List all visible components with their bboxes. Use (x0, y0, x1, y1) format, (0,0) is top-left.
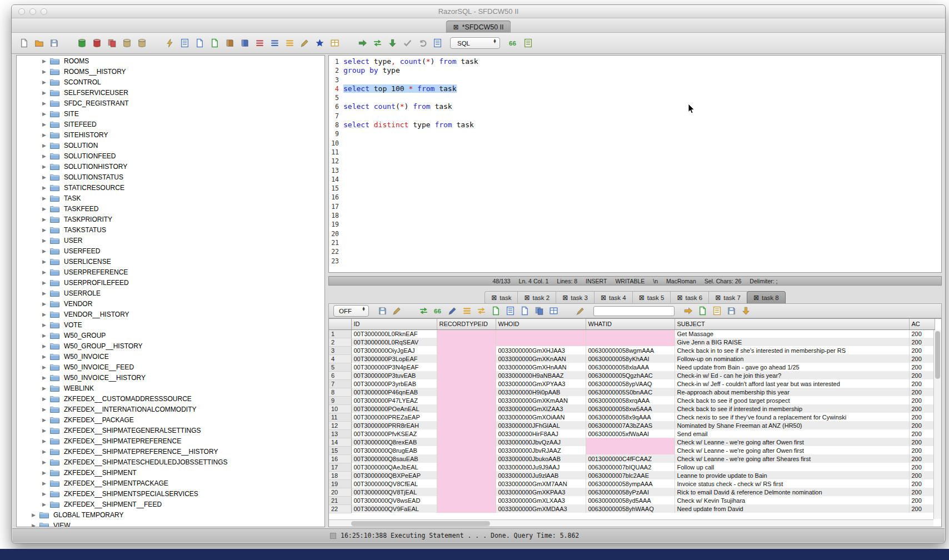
tree-item-zkfedex__shipmatepreference[interactable]: ▶ZKFEDEX__SHIPMATEPREFERENCE (17, 436, 324, 446)
cell-recordtypeid[interactable] (437, 496, 496, 504)
tree-item-solution[interactable]: ▶SOLUTION (17, 140, 324, 151)
bolt-icon[interactable] (164, 38, 175, 49)
cell-whatid[interactable]: 006300000058xrqAAA (586, 396, 675, 404)
cell-whoid[interactable]: 0033000000JbvQzAAJ (496, 438, 586, 446)
cell-whoid[interactable]: 0033000000Ju9J9AAJ (496, 463, 586, 471)
cell-ac[interactable]: 200 (909, 363, 935, 371)
disclosure-triangle-icon[interactable]: ▶ (42, 185, 50, 191)
cell-ac[interactable]: 200 (909, 463, 935, 471)
cell-subject[interactable]: Re-approach about membership this year (675, 388, 909, 396)
disclosure-triangle-icon[interactable]: ▶ (32, 523, 39, 528)
editor-line[interactable]: 5 (329, 93, 941, 102)
close-tab-icon[interactable]: ⊠ (453, 24, 458, 31)
forward-icon[interactable] (682, 306, 693, 317)
result-tab-task[interactable]: ⊠task (485, 292, 518, 303)
disclosure-triangle-icon[interactable]: ▶ (42, 312, 50, 317)
table-row[interactable]: 1800T3000000QBXPeEAP0033000000Ju9zlAAB00… (329, 471, 935, 479)
cell-id[interactable]: 00T3000000QBXPeEAP (351, 471, 437, 479)
tree-item-zkfedex__shipmentspecialservices[interactable]: ▶ZKFEDEX__SHIPMENTSPECIALSERVICES (17, 488, 324, 499)
disclosure-triangle-icon[interactable]: ▶ (42, 153, 50, 159)
tree-item-site[interactable]: ▶SITE (17, 108, 324, 119)
results-table[interactable]: IDRECORDTYPEIDWHOIDWHATIDSUBJECTAC 100T3… (329, 319, 935, 513)
tree-item-w50_group[interactable]: ▶W50_GROUP (17, 330, 324, 341)
quotes-icon[interactable] (432, 306, 443, 317)
disclosure-triangle-icon[interactable]: ▶ (42, 333, 50, 338)
cell-ac[interactable]: 200 (909, 354, 935, 363)
page-add-icon[interactable] (697, 306, 708, 317)
cell-subject[interactable]: Check back in to see if she's interested… (675, 346, 909, 354)
disclosure-triangle-icon[interactable]: ▶ (42, 449, 50, 454)
cell-id[interactable]: 00T3000000QV8TjEAL (351, 488, 437, 496)
disclosure-triangle-icon[interactable]: ▶ (42, 491, 50, 497)
cell-ac[interactable]: 200 (909, 346, 935, 354)
quotes-arrow-icon[interactable] (507, 38, 518, 49)
tree-item-user[interactable]: ▶USER (17, 235, 324, 246)
editor-line[interactable]: 6select count(*) from task (329, 102, 941, 111)
cell-recordtypeid[interactable] (437, 363, 496, 371)
cell-id[interactable]: 00T3000000QV8wsEAD (351, 496, 437, 504)
cell-recordtypeid[interactable] (437, 379, 496, 388)
table-copy-icon[interactable] (548, 306, 559, 317)
cell-recordtypeid[interactable] (437, 421, 496, 429)
list-icon[interactable] (522, 38, 533, 49)
disclosure-triangle-icon[interactable]: ▶ (42, 248, 50, 254)
close-tab-icon[interactable]: ⊠ (524, 294, 530, 301)
editor-line[interactable]: 21 (329, 238, 941, 247)
cell-recordtypeid[interactable] (437, 388, 496, 396)
page-export-icon[interactable] (194, 38, 205, 49)
cell-ac[interactable]: 200 (909, 413, 935, 421)
tree-item-zkfedex__internationalcommodity[interactable]: ▶ZKFEDEX__INTERNATIONALCOMMODITY (17, 404, 324, 414)
cell-subject[interactable]: Check w/ Leanne - we're going after Owen… (675, 446, 909, 454)
disclosure-triangle-icon[interactable]: ▶ (42, 322, 50, 328)
open-folder-icon[interactable] (33, 38, 44, 49)
cell-subject[interactable]: Check w/ Leanne - we're going after Owen… (675, 438, 909, 446)
cell-recordtypeid[interactable] (437, 396, 496, 404)
download-icon[interactable] (740, 306, 751, 317)
cell-whoid[interactable]: 0033000000GmXOiAAN (496, 413, 586, 421)
highlighter-icon[interactable] (575, 306, 586, 317)
close-tab-icon[interactable]: ⊠ (601, 294, 606, 301)
cell-subject[interactable]: Follow up call (675, 463, 909, 471)
tree-item-w50_invoice__feed[interactable]: ▶W50_INVOICE__FEED (17, 362, 324, 372)
tree-item-userpreference[interactable]: ▶USERPREFERENCE (17, 267, 324, 277)
disclosure-triangle-icon[interactable]: ▶ (42, 396, 50, 402)
cell-ac[interactable]: 200 (909, 329, 935, 338)
tree-item-zkfedex__shipmatepreference__history[interactable]: ▶ZKFEDEX__SHIPMATEPREFERENCE__HISTORY (17, 446, 324, 457)
editor-line[interactable]: 17 (329, 202, 941, 211)
editor-line[interactable]: 12 (329, 157, 941, 166)
tree-item-zkfedex__shipment__feed[interactable]: ▶ZKFEDEX__SHIPMENT__FEED (17, 499, 324, 509)
tree-item-zkfedex__package[interactable]: ▶ZKFEDEX__PACKAGE (17, 414, 324, 425)
cell-whatid[interactable]: 006300000058ypVAAQ (586, 379, 675, 388)
cell-id[interactable]: 00T3000000OiyJgEAJ (351, 346, 437, 354)
tree-item-taskfeed[interactable]: ▶TASKFEED (17, 203, 324, 214)
cell-whatid[interactable]: 00630000005S0bnAAC (586, 388, 675, 396)
table-row[interactable]: 1300T3000000PfvKSEAZ0033000000HirF8AAJ00… (329, 429, 935, 438)
sql-editor[interactable]: 1select type, count(*) from task2group b… (328, 55, 942, 273)
cell-recordtypeid[interactable] (437, 471, 496, 479)
table-row[interactable]: 400T3000000P3LopEAF0033000000GmXKnAAN006… (329, 354, 935, 363)
scrollbar-thumb[interactable] (351, 521, 490, 526)
cell-id[interactable]: 00T3000000P47LYEAZ (351, 396, 437, 404)
tree-item-userfeed[interactable]: ▶USERFEED (17, 246, 324, 256)
disclosure-triangle-icon[interactable]: ▶ (42, 69, 50, 74)
disclosure-triangle-icon[interactable]: ▶ (42, 111, 50, 117)
disclosure-triangle-icon[interactable]: ▶ (32, 512, 39, 518)
cell-ac[interactable]: 200 (909, 371, 935, 379)
cell-whatid[interactable] (586, 329, 675, 338)
lines-down-icon[interactable] (269, 38, 280, 49)
db-icon[interactable] (136, 38, 147, 49)
cell-ac[interactable]: 200 (909, 496, 935, 504)
document-tab[interactable]: ⊠ *SFDCW50 II (446, 21, 511, 33)
page-refresh-icon[interactable] (209, 38, 220, 49)
save-results-icon[interactable] (377, 306, 388, 317)
tree-item-zkfedex__shipmategeneralsettings[interactable]: ▶ZKFEDEX__SHIPMATEGENERALSETTINGS (17, 425, 324, 436)
cell-whoid[interactable]: 0033000000JbukoAAB (496, 454, 586, 463)
annotate-icon[interactable] (447, 306, 458, 317)
cell-subject[interactable]: Nominated by Shane Freeman at ANZ (HR50) (675, 421, 909, 429)
disclosure-triangle-icon[interactable]: ▶ (42, 291, 50, 296)
cell-subject[interactable]: Check back to see if interested in membe… (675, 404, 909, 413)
cell-whatid[interactable]: 0013000000C4fFCAAZ (586, 454, 675, 463)
cell-ac[interactable]: 200 (909, 471, 935, 479)
editor-line[interactable]: 9 (329, 129, 941, 138)
disclosure-triangle-icon[interactable]: ▶ (42, 502, 50, 507)
